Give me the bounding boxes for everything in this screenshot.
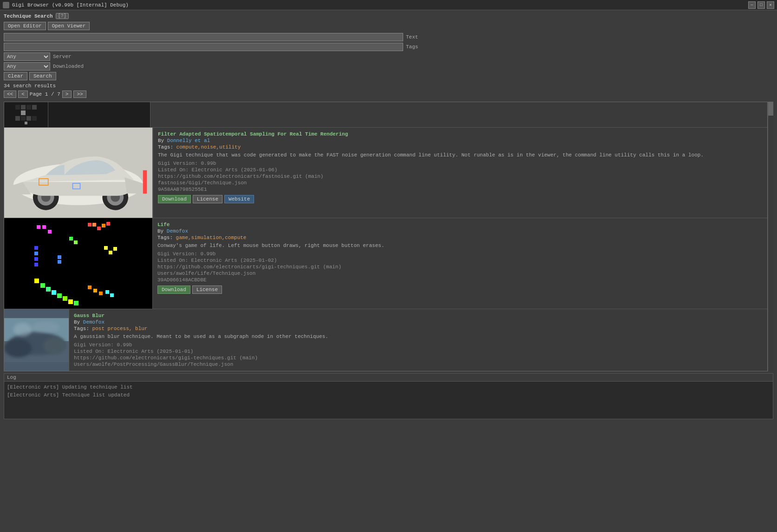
search-text-input[interactable] bbox=[4, 33, 403, 41]
svg-rect-13 bbox=[42, 225, 46, 229]
life-thumbnail bbox=[32, 218, 125, 309]
result-tags-2: Tags: game,simulation,compute bbox=[157, 235, 763, 240]
svg-rect-18 bbox=[102, 224, 105, 227]
table-row: Gauss Blur By Demofox Tags: post process… bbox=[4, 309, 767, 371]
website-button-1[interactable]: Website bbox=[224, 195, 254, 203]
svg-rect-12 bbox=[37, 225, 40, 229]
svg-rect-23 bbox=[34, 263, 38, 266]
log-content: [Electronic Arts] Updating technique lis… bbox=[4, 382, 773, 419]
download-button-1[interactable]: Download bbox=[158, 195, 191, 203]
svg-rect-14 bbox=[48, 230, 52, 234]
tags-value-2: game,simulation,compute bbox=[176, 235, 247, 240]
tags-label: Tags bbox=[406, 44, 418, 50]
result-hash-2: 39AD066148ACBDBE bbox=[157, 277, 763, 283]
svg-rect-36 bbox=[99, 292, 103, 295]
svg-rect-16 bbox=[92, 223, 96, 227]
result-meta-2d: Users/awolfe/Life/Technique.json bbox=[157, 271, 763, 276]
svg-rect-30 bbox=[57, 293, 62, 298]
svg-rect-22 bbox=[34, 257, 38, 261]
result-meta-3a: Gigi Version: 0.99b bbox=[74, 342, 763, 348]
table-row: Life By Demofox Tags: game,simulation,co… bbox=[4, 218, 767, 309]
svg-rect-29 bbox=[52, 290, 56, 295]
result-meta-1b: Listed On: Electronic Arts (2025-01-06) bbox=[158, 167, 763, 173]
result-meta-1c: https://github.com/electronicarts/fastno… bbox=[158, 174, 763, 179]
downloaded-select[interactable]: Any bbox=[4, 62, 50, 71]
table-row: Filter Adapted Spatiotemporal Sampling F… bbox=[4, 128, 767, 218]
server-filter-row: Any Server bbox=[4, 52, 773, 61]
log-header: Log bbox=[4, 374, 773, 382]
maximize-button[interactable]: □ bbox=[757, 1, 765, 9]
close-button[interactable]: ✕ bbox=[767, 1, 774, 9]
result-details-2: Life By Demofox Tags: game,simulation,co… bbox=[153, 218, 767, 309]
svg-rect-35 bbox=[93, 289, 97, 292]
svg-point-51 bbox=[32, 322, 60, 333]
minimize-button[interactable]: — bbox=[748, 1, 756, 9]
result-author-2: By Demofox bbox=[157, 228, 763, 234]
server-select[interactable]: Any bbox=[4, 52, 50, 61]
result-title-3: Gauss Blur bbox=[74, 313, 763, 318]
blur-thumbnail bbox=[4, 318, 69, 362]
log-section: Log [Electronic Arts] Updating technique… bbox=[4, 373, 773, 419]
result-title-2: Life bbox=[157, 222, 763, 227]
result-actions-1: Download License Website bbox=[158, 195, 763, 203]
author-link-3[interactable]: Demofox bbox=[83, 319, 104, 325]
result-meta-1a: Gigi Version: 0.99b bbox=[158, 161, 763, 166]
svg-rect-28 bbox=[46, 287, 51, 292]
author-link-2[interactable]: Demofox bbox=[167, 228, 188, 234]
svg-rect-34 bbox=[88, 285, 91, 289]
result-hash-1: 9A58AAB7985255E1 bbox=[158, 187, 763, 192]
result-desc-1: The Gigi technique that was code generat… bbox=[158, 152, 763, 159]
app-icon bbox=[3, 2, 9, 8]
svg-rect-40 bbox=[109, 251, 112, 254]
scrollbar[interactable] bbox=[768, 102, 773, 371]
clear-button[interactable]: Clear bbox=[4, 72, 27, 80]
author-link-1[interactable]: Donnelly et al bbox=[167, 138, 210, 143]
pagination: << < Page 1 / 7 > >> bbox=[4, 91, 773, 98]
result-meta-2a: Gigi Version: 0.99b bbox=[157, 251, 763, 257]
license-button-1[interactable]: License bbox=[193, 195, 222, 203]
result-tags-1: Tags: compute,noise,utility bbox=[158, 144, 763, 150]
result-details-1: Filter Adapted Spatiotemporal Sampling F… bbox=[153, 128, 767, 218]
svg-rect-25 bbox=[74, 240, 78, 244]
result-desc-2: Conway's game of life. Left mouse button… bbox=[157, 242, 763, 249]
svg-rect-27 bbox=[40, 283, 45, 288]
downloaded-label: Downloaded bbox=[53, 64, 84, 69]
result-desc-3: A gaussian blur technique. Meant to be u… bbox=[74, 333, 763, 340]
next-page-button[interactable]: > bbox=[62, 91, 72, 98]
prev-page-button[interactable]: < bbox=[18, 91, 28, 98]
search-actions: Clear Search bbox=[4, 72, 773, 80]
result-title-1: Filter Adapted Spatiotemporal Sampling F… bbox=[158, 131, 763, 137]
svg-rect-42 bbox=[58, 255, 61, 259]
results-count: 34 search results bbox=[4, 83, 773, 89]
search-tags-input[interactable] bbox=[4, 43, 403, 51]
result-meta-3c: https://github.com/electronicarts/gigi-t… bbox=[74, 355, 763, 361]
svg-rect-38 bbox=[110, 293, 114, 297]
tags-value-3: post process, blur bbox=[92, 326, 148, 331]
tags-search-row: Tags bbox=[4, 43, 773, 51]
car-thumbnail bbox=[4, 129, 152, 217]
open-viewer-button[interactable]: Open Viewer bbox=[48, 22, 90, 30]
svg-rect-41 bbox=[113, 247, 117, 251]
results-list: Filter Adapted Spatiotemporal Sampling F… bbox=[4, 102, 768, 371]
help-button[interactable]: [?] bbox=[56, 13, 69, 19]
svg-point-48 bbox=[4, 339, 32, 357]
svg-rect-20 bbox=[34, 246, 38, 250]
tags-value-1: compute,noise,utility bbox=[176, 144, 241, 150]
download-button-2[interactable]: Download bbox=[157, 285, 190, 294]
toolbar: Open Editor Open Viewer bbox=[4, 22, 773, 30]
last-page-button[interactable]: >> bbox=[73, 91, 86, 98]
svg-rect-10 bbox=[143, 170, 147, 194]
svg-rect-19 bbox=[106, 222, 110, 226]
svg-point-49 bbox=[43, 337, 66, 354]
license-button-2[interactable]: License bbox=[192, 285, 222, 294]
search-button[interactable]: Search bbox=[29, 72, 56, 80]
open-editor-button[interactable]: Open Editor bbox=[4, 22, 46, 30]
first-page-button[interactable]: << bbox=[4, 91, 16, 98]
result-author-3: By Demofox bbox=[74, 319, 763, 325]
server-label: Server bbox=[53, 54, 72, 59]
svg-rect-26 bbox=[34, 279, 39, 283]
window-title: Gigi Browser (v0.99b [Internal] Debug) bbox=[12, 2, 129, 8]
section-header: Technique Search [?] bbox=[4, 13, 773, 19]
text-label: Text bbox=[406, 34, 418, 40]
result-details-3: Gauss Blur By Demofox Tags: post process… bbox=[69, 309, 767, 371]
